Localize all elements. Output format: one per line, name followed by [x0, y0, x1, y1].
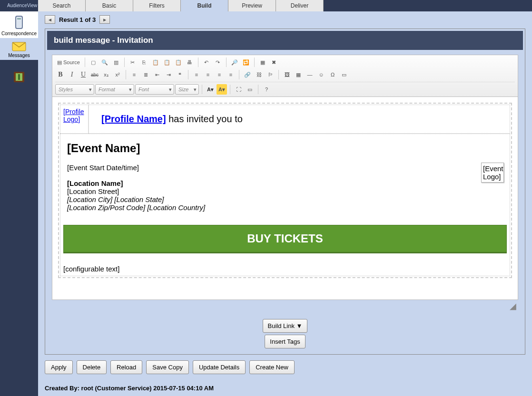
select-all-icon[interactable]: ▦: [257, 57, 268, 68]
italic-icon[interactable]: I: [67, 69, 77, 80]
blockquote-icon[interactable]: ❝: [175, 69, 185, 80]
delete-button[interactable]: Delete: [77, 360, 107, 374]
reload-button[interactable]: Reload: [110, 360, 142, 374]
paste-text-icon[interactable]: 📋: [162, 57, 172, 68]
table-icon[interactable]: ▦: [293, 69, 304, 80]
iframe-icon[interactable]: ▭: [339, 69, 349, 80]
exit-icon[interactable]: [13, 71, 25, 83]
styles-select[interactable]: Styles: [55, 84, 94, 95]
link-icon[interactable]: 🔗: [242, 69, 253, 80]
align-left-icon[interactable]: ≡: [191, 69, 202, 80]
event-logo-placeholder: [Event Logo]: [481, 163, 504, 183]
redo-icon[interactable]: ↷: [213, 57, 223, 68]
hr-icon[interactable]: —: [305, 69, 315, 80]
profile-logo-placeholder[interactable]: [Profile Logo]: [63, 108, 84, 123]
tab-filters[interactable]: Filters: [133, 0, 181, 11]
undo-icon[interactable]: ↶: [201, 57, 212, 68]
location-city-state-placeholder: [Location City] [Location State]: [67, 195, 474, 203]
show-blocks-icon[interactable]: ▭: [245, 84, 255, 95]
svg-rect-0: [16, 16, 22, 29]
configurable-text-placeholder: [configurable text]: [63, 265, 507, 273]
svg-rect-5: [18, 74, 20, 80]
result-nav: ◄ Result 1 of 3 ►: [45, 15, 525, 24]
tab-basic[interactable]: Basic: [86, 0, 133, 11]
bg-color-icon[interactable]: A▾: [217, 84, 227, 95]
save-copy-button[interactable]: Save Copy: [146, 360, 189, 374]
ordered-list-icon[interactable]: ≡: [129, 69, 139, 80]
text-color-icon[interactable]: A▾: [205, 84, 216, 95]
sidebar: Correspondence Messages: [0, 11, 38, 396]
unordered-list-icon[interactable]: ≣: [140, 69, 151, 80]
event-start-placeholder: [Event Start Date/time]: [67, 164, 474, 172]
strike-icon[interactable]: abc: [89, 69, 100, 80]
remove-format-icon[interactable]: ✖: [269, 57, 279, 68]
maximize-icon[interactable]: ⛶: [233, 84, 244, 95]
action-row: Apply Delete Reload Save Copy Update Det…: [45, 360, 525, 374]
anchor-icon[interactable]: 🏳: [265, 69, 276, 80]
sidebar-item-messages[interactable]: Messages: [0, 38, 38, 60]
buy-tickets-button[interactable]: BUY TICKETS: [63, 225, 507, 252]
tab-deliver[interactable]: Deliver: [276, 0, 324, 11]
messages-icon: [12, 42, 26, 51]
build-panel: build message - Invitation ▤ Source ▢ 🔍 …: [45, 29, 525, 355]
smiley-icon[interactable]: ☺: [316, 69, 326, 80]
main-tabs: Search Basic Filters Build Preview Deliv…: [38, 0, 324, 11]
sidebar-label-correspondence: Correspondence: [1, 31, 37, 36]
editor-body[interactable]: [Profile Logo] [Profile Name] has invite…: [52, 97, 518, 300]
location-street-placeholder: [Location Street]: [67, 187, 474, 195]
app-name: AudienceView: [0, 0, 38, 11]
location-name-placeholder: [Location Name]: [67, 179, 474, 187]
update-details-button[interactable]: Update Details: [193, 360, 246, 374]
unlink-icon[interactable]: ⛓: [254, 69, 264, 80]
svg-rect-1: [17, 18, 21, 19]
profile-name-placeholder[interactable]: [Profile Name]: [101, 114, 166, 124]
paste-word-icon[interactable]: 📋: [173, 57, 184, 68]
result-counter: Result 1 of 3: [57, 16, 98, 23]
panel-title: build message - Invitation: [47, 31, 523, 50]
create-new-button[interactable]: Create New: [249, 360, 295, 374]
new-page-icon[interactable]: ▢: [88, 57, 99, 68]
result-prev-button[interactable]: ◄: [45, 15, 55, 24]
outdent-icon[interactable]: ⇤: [152, 69, 162, 80]
align-right-icon[interactable]: ≡: [214, 69, 225, 80]
insert-tags-button[interactable]: Insert Tags: [265, 335, 305, 348]
cut-icon[interactable]: ✂: [128, 57, 138, 68]
superscript-icon[interactable]: x²: [112, 69, 123, 80]
align-justify-icon[interactable]: ≡: [226, 69, 236, 80]
created-by-text: Created By: root (Customer Service) 2015…: [45, 385, 525, 392]
source-button[interactable]: ▤ Source: [55, 57, 82, 68]
result-next-button[interactable]: ►: [99, 15, 110, 24]
build-link-button[interactable]: Build Link ▼: [263, 319, 308, 333]
image-icon[interactable]: 🖼: [282, 69, 292, 80]
event-name-placeholder: [Event Name]: [63, 137, 507, 160]
paste-icon[interactable]: 📋: [150, 57, 161, 68]
print-icon[interactable]: 🖶: [185, 57, 195, 68]
editor-toolbar: ▤ Source ▢ 🔍 ▥ ✂ ⎘ 📋 📋 📋 🖶 ↶: [52, 55, 518, 97]
tab-preview[interactable]: Preview: [228, 0, 276, 11]
font-select[interactable]: Font: [135, 84, 174, 95]
resize-grip-icon[interactable]: ◢: [52, 300, 518, 311]
size-select[interactable]: Size: [175, 84, 199, 95]
format-select[interactable]: Format: [95, 84, 134, 95]
tab-search[interactable]: Search: [38, 0, 86, 11]
templates-icon[interactable]: ▥: [111, 57, 121, 68]
apply-button[interactable]: Apply: [45, 360, 73, 374]
align-center-icon[interactable]: ≡: [203, 69, 213, 80]
specialchar-icon[interactable]: Ω: [327, 69, 338, 80]
location-zip-country-placeholder: [Location Zip/Post Code] [Location Count…: [67, 203, 474, 212]
bold-icon[interactable]: B: [55, 69, 66, 80]
sidebar-label-messages: Messages: [8, 53, 30, 58]
preview-icon[interactable]: 🔍: [99, 57, 110, 68]
replace-icon[interactable]: 🔁: [241, 57, 251, 68]
find-icon[interactable]: 🔎: [229, 57, 240, 68]
correspondence-icon: [13, 15, 25, 29]
indent-icon[interactable]: ⇥: [163, 69, 174, 80]
sidebar-item-correspondence[interactable]: Correspondence: [0, 11, 38, 38]
underline-icon[interactable]: U: [78, 69, 89, 80]
tab-build[interactable]: Build: [181, 0, 228, 11]
subscript-icon[interactable]: x₂: [101, 69, 111, 80]
invited-text: has invited you to: [166, 114, 243, 124]
about-icon[interactable]: ?: [261, 84, 272, 95]
copy-icon[interactable]: ⎘: [139, 57, 149, 68]
